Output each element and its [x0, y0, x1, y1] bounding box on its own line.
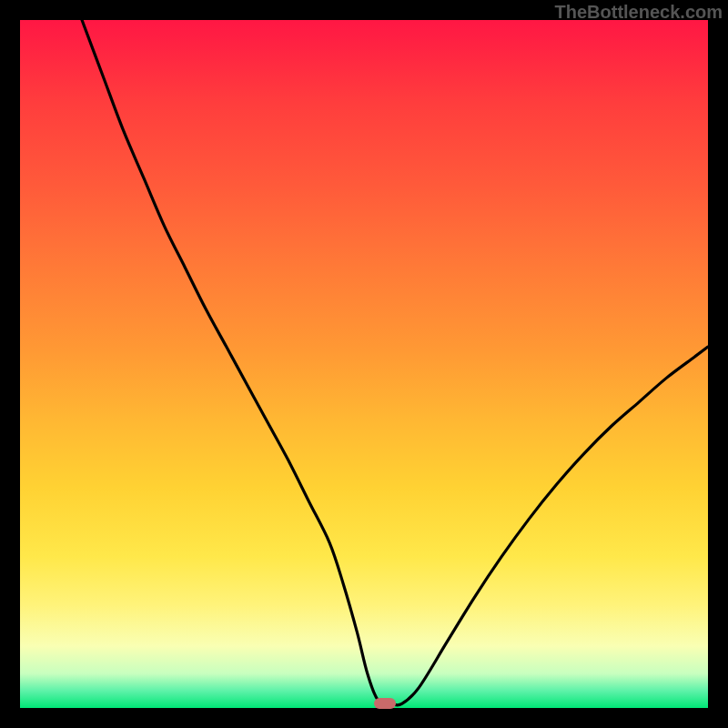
watermark-label: TheBottleneck.com: [555, 2, 723, 23]
plot-area: [20, 20, 708, 708]
chart-frame: TheBottleneck.com: [0, 0, 728, 728]
bottleneck-curve: [20, 20, 708, 708]
bottleneck-marker: [374, 698, 396, 709]
